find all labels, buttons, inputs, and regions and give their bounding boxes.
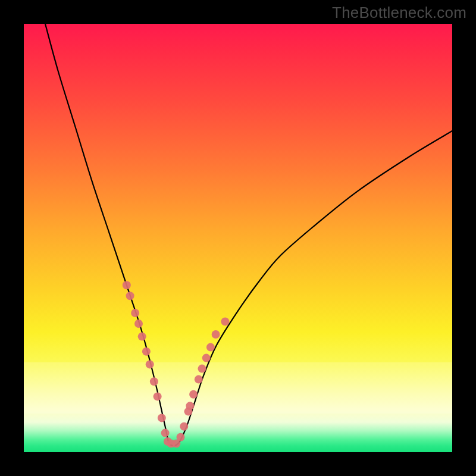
watermark-text: TheBottleneck.com: [332, 4, 466, 22]
highlight-dot: [123, 281, 131, 289]
plot-area: [24, 24, 452, 452]
highlight-dot: [134, 320, 143, 328]
highlight-dot: [131, 309, 139, 317]
highlight-dot: [195, 375, 203, 384]
highlight-dot: [221, 317, 229, 325]
highlight-dot: [202, 354, 211, 362]
bottleneck-curve: [45, 24, 452, 446]
highlight-dot: [138, 333, 146, 341]
highlight-dot: [150, 377, 158, 386]
highlight-dot: [158, 414, 166, 422]
chart-frame: TheBottleneck.com: [0, 0, 476, 476]
highlight-dot: [146, 360, 154, 368]
highlight-dots: [123, 281, 230, 447]
highlight-dot: [206, 343, 215, 352]
highlight-dot: [198, 365, 206, 373]
highlight-dot: [186, 402, 194, 410]
highlight-dot: [126, 292, 134, 300]
highlight-dot: [161, 429, 170, 437]
highlight-dot: [189, 390, 198, 399]
highlight-dot: [154, 392, 162, 400]
highlight-dot: [177, 433, 185, 441]
curve-layer: [24, 24, 452, 452]
highlight-dot: [142, 347, 151, 356]
highlight-dot: [212, 330, 220, 339]
highlight-dot: [180, 422, 188, 431]
